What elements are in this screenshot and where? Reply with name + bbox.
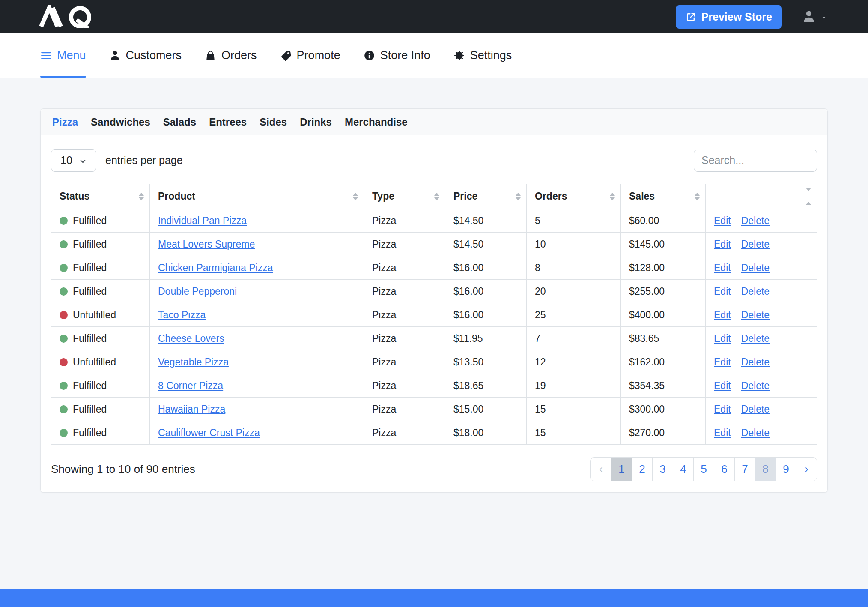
page-7-button[interactable]: 7 <box>734 458 755 481</box>
delete-link[interactable]: Delete <box>741 427 770 438</box>
tab-salads[interactable]: Salads <box>163 116 196 128</box>
delete-link[interactable]: Delete <box>741 239 770 250</box>
product-link[interactable]: Taco Pizza <box>158 309 206 320</box>
orders-cell: 20 <box>527 280 621 303</box>
product-cell: Meat Lovers Supreme <box>150 233 364 256</box>
table-row: FulfilledIndividual Pan PizzaPizza$14.50… <box>51 209 817 233</box>
tab-sandwiches[interactable]: Sandwiches <box>91 116 150 128</box>
status-dot <box>60 287 68 296</box>
nav-item-settings[interactable]: Settings <box>453 33 512 78</box>
column-header-label: Price <box>453 191 477 202</box>
column-header-orders[interactable]: Orders <box>527 184 621 209</box>
page-1-button[interactable]: 1 <box>611 458 632 481</box>
nav-item-label: Orders <box>221 49 257 62</box>
preview-store-label: Preview Store <box>701 11 772 23</box>
type-cell: Pizza <box>364 374 445 398</box>
edit-link[interactable]: Edit <box>714 356 731 368</box>
edit-link[interactable]: Edit <box>714 333 731 344</box>
delete-link[interactable]: Delete <box>741 309 770 320</box>
edit-link[interactable]: Edit <box>714 286 731 297</box>
logo-aq[interactable] <box>39 5 103 28</box>
products-table: StatusProductTypePriceOrdersSales Fulfil… <box>51 184 817 445</box>
product-cell: Double Pepperoni <box>150 280 364 303</box>
edit-link[interactable]: Edit <box>714 262 731 273</box>
column-header-price[interactable]: Price <box>445 184 527 209</box>
product-link[interactable]: Meat Lovers Supreme <box>158 239 255 250</box>
product-cell: Taco Pizza <box>150 303 364 327</box>
column-header-product[interactable]: Product <box>150 184 364 209</box>
edit-link[interactable]: Edit <box>714 404 731 415</box>
edit-link[interactable]: Edit <box>714 309 731 320</box>
status-label: Unfulfilled <box>73 356 116 368</box>
page-3-button[interactable]: 3 <box>652 458 673 481</box>
topbar: Preview Store <box>0 0 868 33</box>
column-header-sales[interactable]: Sales <box>621 184 706 209</box>
status-label: Fulfilled <box>73 427 107 438</box>
price-cell: $11.95 <box>445 327 527 350</box>
product-cell: Hawaiian Pizza <box>150 398 364 421</box>
tab-sides[interactable]: Sides <box>260 116 287 128</box>
delete-link[interactable]: Delete <box>741 333 770 344</box>
edit-link[interactable]: Edit <box>714 380 731 391</box>
page-9-button[interactable]: 9 <box>776 458 796 481</box>
delete-link[interactable]: Delete <box>741 262 770 273</box>
status-cell: Fulfilled <box>51 327 150 350</box>
delete-link[interactable]: Delete <box>741 404 770 415</box>
status-dot <box>60 335 68 343</box>
edit-link[interactable]: Edit <box>714 215 731 226</box>
next-page-button[interactable]: › <box>796 458 817 481</box>
actions-cell: EditDelete <box>706 374 817 398</box>
actions-cell: EditDelete <box>706 280 817 303</box>
tab-pizza[interactable]: Pizza <box>52 116 78 128</box>
status-dot <box>60 358 68 366</box>
tab-merchandise[interactable]: Merchandise <box>345 116 408 128</box>
tab-entrees[interactable]: Entrees <box>209 116 247 128</box>
column-header-actions[interactable] <box>706 184 817 209</box>
product-link[interactable]: Double Pepperoni <box>158 286 237 297</box>
nav-item-promote[interactable]: Promote <box>280 33 340 78</box>
product-link[interactable]: Cheese Lovers <box>158 333 224 344</box>
product-link[interactable]: Chicken Parmigiana Pizza <box>158 262 273 273</box>
menu-card: PizzaSandwichesSaladsEntreesSidesDrinksM… <box>40 108 828 493</box>
sales-cell: $400.00 <box>621 303 706 327</box>
product-link[interactable]: Hawaiian Pizza <box>158 404 225 415</box>
delete-link[interactable]: Delete <box>741 356 770 368</box>
page-2-button[interactable]: 2 <box>632 458 652 481</box>
delete-link[interactable]: Delete <box>741 215 770 226</box>
column-header-type[interactable]: Type <box>364 184 445 209</box>
edit-link[interactable]: Edit <box>714 427 731 438</box>
nav-item-orders[interactable]: Orders <box>205 33 257 78</box>
edit-link[interactable]: Edit <box>714 239 731 250</box>
nav-item-label: Menu <box>57 49 86 62</box>
product-link[interactable]: 8 Corner Pizza <box>158 380 223 391</box>
nav-item-store-info[interactable]: Store Info <box>364 33 430 78</box>
search-input[interactable] <box>694 150 817 172</box>
tag-icon <box>280 50 292 61</box>
entries-per-page-select[interactable]: 10 <box>51 149 96 172</box>
product-cell: Chicken Parmigiana Pizza <box>150 256 364 280</box>
type-cell: Pizza <box>364 233 445 256</box>
orders-cell: 15 <box>527 398 621 421</box>
table-row: FulfilledHawaiian PizzaPizza$15.0015$300… <box>51 398 817 421</box>
page-5-button[interactable]: 5 <box>693 458 714 481</box>
product-link[interactable]: Individual Pan Pizza <box>158 215 247 226</box>
gear-icon <box>453 50 465 61</box>
status-dot <box>60 382 68 390</box>
preview-store-button[interactable]: Preview Store <box>676 5 782 29</box>
delete-link[interactable]: Delete <box>741 286 770 297</box>
delete-link[interactable]: Delete <box>741 380 770 391</box>
page-8-button[interactable]: 8 <box>755 458 776 481</box>
user-menu-dropdown[interactable] <box>802 9 827 24</box>
price-cell: $14.50 <box>445 233 527 256</box>
table-row: FulfilledMeat Lovers SupremePizza$14.501… <box>51 233 817 256</box>
product-link[interactable]: Cauliflower Crust Pizza <box>158 427 260 438</box>
page-4-button[interactable]: 4 <box>673 458 693 481</box>
tab-drinks[interactable]: Drinks <box>300 116 332 128</box>
sales-cell: $60.00 <box>621 209 706 233</box>
column-header-status[interactable]: Status <box>51 184 150 209</box>
product-link[interactable]: Vegetable Pizza <box>158 356 229 368</box>
page-6-button[interactable]: 6 <box>714 458 734 481</box>
nav-item-customers[interactable]: Customers <box>109 33 182 78</box>
nav-item-menu[interactable]: Menu <box>40 33 86 78</box>
entries-per-page-value: 10 <box>60 154 72 167</box>
